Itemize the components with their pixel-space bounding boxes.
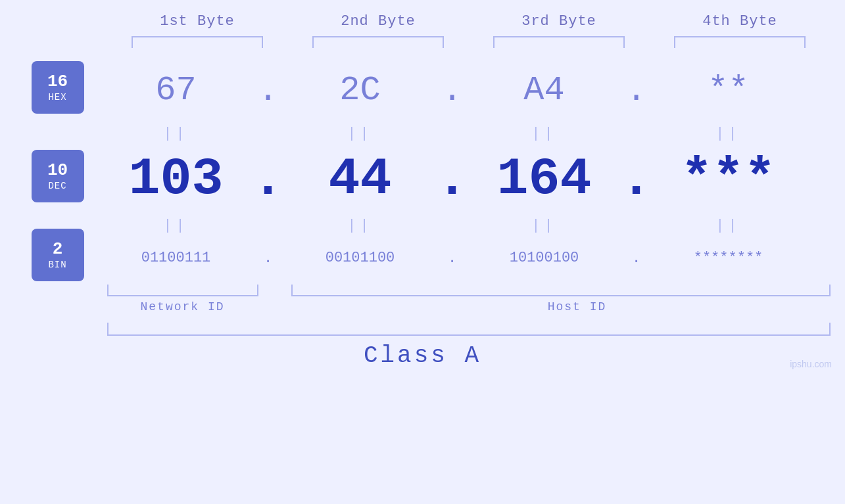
hex-badge-num: 16 [47,72,68,92]
bracket-b1 [132,36,263,48]
eq1-b1: || [101,126,252,142]
eq2-b4: || [653,218,804,234]
bin-b3: 10100100 [469,248,620,269]
hex-b2-value: 2C [339,71,380,110]
eq1-b4: || [653,126,804,142]
dec-b4: *** [653,153,804,206]
bracket-b2 [312,36,444,48]
eq1-b3: || [469,126,620,142]
dec-dot2: . [436,150,469,210]
bracket-host [291,285,831,296]
bottom-area: Network ID Host ID [107,285,831,313]
bracket-b4 [674,36,806,48]
byte3-header: 3rd Byte [483,13,635,30]
dec-badge: 10 DEC [32,150,84,202]
eq2-b3: || [469,218,620,234]
dec-dot1: . [252,150,285,210]
bracket-b3 [493,36,625,48]
dec-b2: 44 [285,153,436,206]
hex-b1-value: 67 [155,71,196,110]
bin-badge: 2 BIN [32,229,84,281]
eq2-b2: || [285,218,436,234]
dec-b1: 103 [101,153,252,206]
bottom-labels: Network ID Host ID [107,300,831,313]
eq1-b2: || [285,126,436,142]
content-area: 16 HEX 10 DEC 2 BIN [15,61,831,278]
hex-dot3: . [620,72,653,110]
dec-badge-label: DEC [48,181,66,192]
network-id-label: Network ID [107,300,258,313]
dec-badge-wrap: 10 DEC [32,147,84,212]
class-label-row: Class A ipshu.com [0,342,845,369]
badges-column: 16 HEX 10 DEC 2 BIN [15,61,101,278]
watermark: ipshu.com [790,359,832,369]
bin-dot2: . [436,250,469,267]
top-brackets [107,36,831,48]
bin-dot1: . [252,250,285,267]
dec-b4-value: *** [681,149,775,209]
bin-b4: ******** [653,248,804,269]
dec-badge-num: 10 [47,160,68,181]
bin-dot3: . [620,250,653,267]
bin-badge-wrap: 2 BIN [32,239,84,278]
hex-b1: 67 [101,72,252,109]
dec-b1-value: 103 [128,149,223,209]
hex-b3-value: A4 [523,71,564,110]
eq2-b1: || [101,218,252,234]
rows-column: 67 . 2C . A4 . ** || || [101,61,831,278]
hex-badge-wrap: 16 HEX [32,61,84,120]
bin-badge-label: BIN [48,260,66,271]
byte2-header: 2nd Byte [302,13,454,30]
byte1-header: 1st Byte [122,13,273,30]
eq-row-2: || || || || [101,212,831,239]
hex-data-row: 67 . 2C . A4 . ** [101,61,831,120]
dec-data-row: 103 . 44 . 164 . *** [101,147,831,212]
hex-b4-value: ** [708,71,748,110]
bin-b3-value: 10100100 [510,250,579,266]
bin-b1: 01100111 [101,248,252,269]
dec-b3: 164 [469,153,620,206]
bin-b1-value: 01100111 [141,250,211,266]
eq-row-1: || || || || [101,120,831,147]
bin-data-row: 01100111 . 00101100 . 10100100 . *******… [101,239,831,278]
main-container: 1st Byte 2nd Byte 3rd Byte 4th Byte 16 H… [0,0,845,504]
hex-dot1: . [252,72,285,110]
hex-dot2: . [436,72,469,110]
hex-b4: ** [653,72,804,109]
dec-b3-value: 164 [496,149,591,209]
overall-bracket-row [107,323,831,336]
bracket-gap1 [258,285,291,296]
byte-headers: 1st Byte 2nd Byte 3rd Byte 4th Byte [107,13,831,30]
hex-badge-label: HEX [48,92,66,103]
dec-b2-value: 44 [328,149,391,209]
bin-b2: 00101100 [285,248,436,269]
overall-bracket [107,323,831,336]
dec-dot3: . [620,150,653,210]
hex-b2: 2C [285,72,436,109]
bottom-brackets [107,285,831,296]
byte4-header: 4th Byte [664,13,815,30]
bin-badge-num: 2 [53,239,63,260]
hex-badge: 16 HEX [32,61,84,114]
class-label: Class A [364,342,481,369]
bin-b2-value: 00101100 [326,250,395,266]
hex-b3: A4 [469,72,620,109]
label-gap [258,300,291,313]
bin-b4-value: ******** [694,250,763,266]
host-id-label: Host ID [324,300,831,313]
bracket-network [107,285,258,296]
